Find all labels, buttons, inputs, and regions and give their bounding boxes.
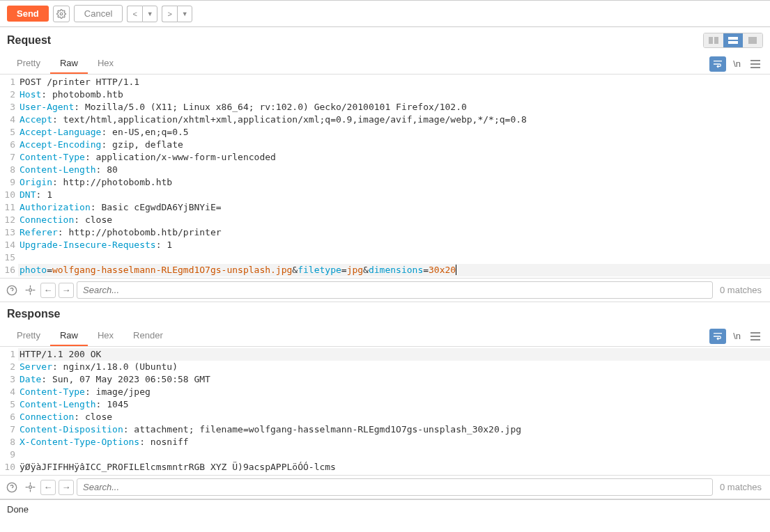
request-menu[interactable]: [748, 58, 763, 70]
code-line[interactable]: Accept-Encoding: gzip, deflate: [18, 139, 770, 151]
search-help[interactable]: [4, 283, 20, 298]
wrap-toggle[interactable]: [709, 56, 726, 72]
editor-line: 11Authorization: Basic cEgwdDA6YjBNYiE=: [0, 201, 770, 214]
gear-icon: [25, 482, 36, 492]
line-number: 7: [0, 423, 18, 436]
code-line[interactable]: photo=wolfgang-hasselmann-RLEgmd1O7gs-un…: [18, 264, 770, 276]
editor-line: 3User-Agent: Mozilla/5.0 (X11; Linux x86…: [0, 101, 770, 114]
wrap-toggle-resp[interactable]: [709, 329, 726, 344]
view-split-btn[interactable]: [704, 33, 723, 47]
response-editor[interactable]: 1HTTP/1.1 200 OK2Server: nginx/1.18.0 (U…: [0, 347, 770, 475]
code-line[interactable]: ÿØÿàJFIFHHÿâICC_PROFILElcmsmntrRGB XYZ Ü…: [18, 461, 770, 474]
request-editor[interactable]: 1POST /printer HTTP/1.12Host: photobomb.…: [0, 75, 770, 278]
editor-line: 8Content-Length: 80: [0, 164, 770, 176]
response-search-input[interactable]: [77, 478, 713, 496]
request-view-toggle: [703, 33, 763, 48]
search-next[interactable]: →: [59, 283, 74, 298]
editor-line: 1POST /printer HTTP/1.1: [0, 76, 770, 88]
response-menu[interactable]: [748, 331, 763, 342]
code-line[interactable]: Content-Type: image/jpeg: [18, 386, 770, 398]
editor-line: 3Date: Sun, 07 May 2023 06:50:58 GMT: [0, 373, 770, 386]
code-line[interactable]: Content-Length: 1045: [18, 398, 770, 411]
code-line[interactable]: Upgrade-Insecure-Requests: 1: [18, 239, 770, 251]
wrap-icon: [713, 332, 723, 341]
code-line[interactable]: User-Agent: Mozilla/5.0 (X11; Linux x86_…: [18, 101, 770, 114]
code-line[interactable]: Accept-Language: en-US,en;q=0.5: [18, 126, 770, 139]
next-nav-group: > ▼: [162, 6, 192, 22]
code-line[interactable]: X-Content-Type-Options: nosniff: [18, 436, 770, 448]
tab-hex[interactable]: Hex: [88, 54, 123, 74]
status-bar: Done: [0, 499, 770, 519]
code-line[interactable]: Server: nginx/1.18.0 (Ubuntu): [18, 361, 770, 373]
response-tabs: Pretty Raw Hex Render \n: [0, 326, 770, 347]
code-line[interactable]: POST /printer HTTP/1.1: [18, 76, 770, 88]
code-line[interactable]: Content-Type: application/x-www-form-url…: [18, 151, 770, 164]
editor-line: 8X-Content-Type-Options: nosniff: [0, 436, 770, 448]
settings-button[interactable]: [53, 6, 70, 22]
columns-icon: [709, 37, 718, 44]
editor-line: 13Referer: http://photobomb.htb/printer: [0, 226, 770, 239]
wrap-icon: [713, 60, 723, 68]
editor-line: 6Accept-Encoding: gzip, deflate: [0, 139, 770, 151]
code-line[interactable]: Accept: text/html,application/xhtml+xml,…: [18, 114, 770, 126]
tab-hex-resp[interactable]: Hex: [88, 326, 123, 346]
request-tabs: Pretty Raw Hex \n: [0, 54, 770, 75]
cancel-button[interactable]: Cancel: [74, 5, 123, 22]
code-line[interactable]: [18, 448, 770, 461]
editor-line: 6Connection: close: [0, 411, 770, 423]
view-single-btn[interactable]: [743, 33, 762, 47]
search-help-resp[interactable]: [4, 480, 20, 495]
search-next-resp[interactable]: →: [59, 480, 74, 495]
tab-pretty-resp[interactable]: Pretty: [7, 326, 50, 346]
rows-icon: [728, 37, 738, 44]
search-settings[interactable]: [22, 283, 38, 298]
code-line[interactable]: Connection: close: [18, 411, 770, 423]
search-prev-resp[interactable]: ←: [40, 480, 56, 495]
line-number: 14: [0, 239, 18, 251]
code-line[interactable]: Host: photobomb.htb: [18, 88, 770, 101]
code-line[interactable]: [18, 251, 770, 264]
send-button[interactable]: Send: [7, 6, 49, 22]
line-number: 2: [0, 88, 18, 101]
view-stack-btn[interactable]: [723, 33, 743, 47]
svg-rect-5: [748, 37, 757, 44]
line-number: 15: [0, 251, 18, 264]
code-line[interactable]: Date: Sun, 07 May 2023 06:50:58 GMT: [18, 373, 770, 386]
tab-raw-resp[interactable]: Raw: [50, 326, 88, 346]
line-number: 7: [0, 151, 18, 164]
editor-line: 4Accept: text/html,application/xhtml+xml…: [0, 114, 770, 126]
code-line[interactable]: Content-Length: 80: [18, 164, 770, 176]
hamburger-icon: [750, 332, 760, 341]
search-prev[interactable]: ←: [40, 283, 56, 298]
prev-nav-group: < ▼: [127, 6, 157, 22]
code-line[interactable]: Authorization: Basic cEgwdDA6YjBNYiE=: [18, 201, 770, 214]
editor-line: 15: [0, 251, 770, 264]
newline-toggle[interactable]: \n: [730, 57, 744, 70]
line-number: 3: [0, 101, 18, 114]
line-number: 3: [0, 373, 18, 386]
editor-line: 16photo=wolfgang-hasselmann-RLEgmd1O7gs-…: [0, 264, 770, 276]
editor-line: 2Host: photobomb.htb: [0, 88, 770, 101]
prev-button[interactable]: <: [127, 6, 142, 22]
editor-line: 10ÿØÿàJFIFHHÿâICC_PROFILElcmsmntrRGB XYZ…: [0, 461, 770, 474]
code-line[interactable]: Connection: close: [18, 214, 770, 226]
line-number: 10: [0, 189, 18, 201]
editor-line: 10DNT: 1: [0, 189, 770, 201]
editor-line: 9: [0, 448, 770, 461]
code-line[interactable]: Referer: http://photobomb.htb/printer: [18, 226, 770, 239]
tab-raw[interactable]: Raw: [50, 54, 88, 74]
search-settings-resp[interactable]: [22, 480, 38, 495]
next-button[interactable]: >: [162, 6, 177, 22]
newline-toggle-resp[interactable]: \n: [730, 329, 744, 343]
code-line[interactable]: DNT: 1: [18, 189, 770, 201]
code-line[interactable]: Origin: http://photobomb.htb: [18, 176, 770, 189]
next-dropdown[interactable]: ▼: [177, 6, 192, 22]
request-search-input[interactable]: [77, 281, 713, 299]
tab-render-resp[interactable]: Render: [123, 326, 173, 346]
response-header: Response: [0, 302, 770, 326]
code-line[interactable]: HTTP/1.1 200 OK: [18, 348, 770, 361]
code-line[interactable]: Content-Disposition: attachment; filenam…: [18, 423, 770, 436]
prev-dropdown[interactable]: ▼: [142, 6, 157, 22]
tab-pretty[interactable]: Pretty: [7, 54, 50, 74]
line-number: 12: [0, 214, 18, 226]
